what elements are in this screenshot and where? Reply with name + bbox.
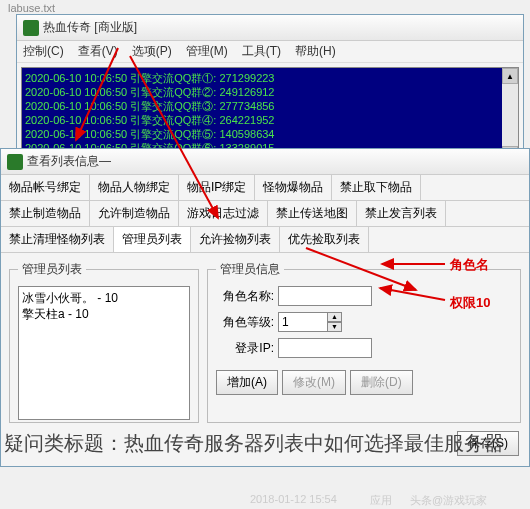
sub-title-text: 查看列表信息—	[27, 153, 111, 170]
annotation-name: 角色名	[450, 256, 489, 274]
faded-source: 头条@游戏玩家	[410, 493, 487, 508]
menu-manage[interactable]: 管理(M)	[186, 43, 228, 60]
tab-log-filter[interactable]: 游戏日志过滤	[179, 201, 268, 226]
main-window: 热血传奇 [商业版] 控制(C) 查看(V) 选项(P) 管理(M) 工具(T)…	[16, 14, 524, 168]
spinner-up-icon[interactable]: ▲	[327, 312, 342, 322]
list-item[interactable]: 擎天柱a - 10	[22, 306, 186, 322]
tab-forbid-speak[interactable]: 禁止发言列表	[357, 201, 446, 226]
app-icon	[7, 154, 23, 170]
tab-admin-list[interactable]: 管理员列表	[114, 227, 191, 253]
name-input[interactable]	[278, 286, 372, 306]
tab-row-2: 禁止制造物品 允许制造物品 游戏日志过滤 禁止传送地图 禁止发言列表	[1, 201, 529, 227]
content-area: 管理员列表 冰雪小伙哥。 - 10 擎天柱a - 10 管理员信息 角色名称: …	[1, 253, 529, 431]
ip-label: 登录IP:	[216, 340, 274, 357]
menu-help[interactable]: 帮助(H)	[295, 43, 336, 60]
faded-date: 2018-01-12 15:54	[250, 493, 337, 505]
tab-item-bind-account[interactable]: 物品帐号绑定	[1, 175, 90, 200]
tab-forbid-clear-monster[interactable]: 禁止清理怪物列表	[1, 227, 114, 252]
log-line: 2020-06-10 10:06:50 引擎交流QQ群③: 277734856	[25, 99, 515, 113]
tab-monster-drop[interactable]: 怪物爆物品	[255, 175, 332, 200]
main-title-text: 热血传奇 [商业版]	[43, 19, 137, 36]
tab-item-bind-ip[interactable]: 物品IP绑定	[179, 175, 255, 200]
tab-forbid-make[interactable]: 禁止制造物品	[1, 201, 90, 226]
menu-view[interactable]: 查看(V)	[78, 43, 118, 60]
log-line: 2020-06-10 10:06:50 引擎交流QQ群②: 249126912	[25, 85, 515, 99]
tab-row-3: 禁止清理怪物列表 管理员列表 允许捡物列表 优先捡取列表	[1, 227, 529, 253]
tab-row-1: 物品帐号绑定 物品人物绑定 物品IP绑定 怪物爆物品 禁止取下物品	[1, 175, 529, 201]
log-line: 2020-06-10 10:06:50 引擎交流QQ群⑤: 140598634	[25, 127, 515, 141]
tab-allow-make[interactable]: 允许制造物品	[90, 201, 179, 226]
log-line: 2020-06-10 10:06:50 引擎交流QQ群④: 264221952	[25, 113, 515, 127]
admin-info-legend: 管理员信息	[216, 261, 284, 278]
name-label: 角色名称:	[216, 288, 274, 305]
tab-forbid-map[interactable]: 禁止传送地图	[268, 201, 357, 226]
level-input[interactable]	[278, 312, 328, 332]
tab-item-bind-char[interactable]: 物品人物绑定	[90, 175, 179, 200]
tab-allow-pickup[interactable]: 允许捡物列表	[191, 227, 280, 252]
level-spinner[interactable]: ▲ ▼	[327, 312, 342, 332]
list-item[interactable]: 冰雪小伙哥。 - 10	[22, 290, 186, 306]
bg-filename: labuse.txt	[8, 2, 55, 14]
annotation-perm: 权限10	[450, 294, 490, 312]
menubar: 控制(C) 查看(V) 选项(P) 管理(M) 工具(T) 帮助(H)	[17, 41, 523, 63]
menu-tools[interactable]: 工具(T)	[242, 43, 281, 60]
spinner-down-icon[interactable]: ▼	[327, 322, 342, 332]
sub-titlebar: 查看列表信息—	[1, 149, 529, 175]
admin-list-legend: 管理员列表	[18, 261, 86, 278]
modify-button[interactable]: 修改(M)	[282, 370, 346, 395]
main-titlebar: 热血传奇 [商业版]	[17, 15, 523, 41]
app-icon	[23, 20, 39, 36]
menu-options[interactable]: 选项(P)	[132, 43, 172, 60]
delete-button[interactable]: 删除(D)	[350, 370, 413, 395]
ip-input[interactable]	[278, 338, 372, 358]
scroll-up-icon[interactable]: ▲	[502, 68, 518, 84]
menu-control[interactable]: 控制(C)	[23, 43, 64, 60]
admin-list-fieldset: 管理员列表 冰雪小伙哥。 - 10 擎天柱a - 10	[9, 261, 199, 423]
tab-forbid-takeoff[interactable]: 禁止取下物品	[332, 175, 421, 200]
admin-listbox[interactable]: 冰雪小伙哥。 - 10 擎天柱a - 10	[18, 286, 190, 420]
add-button[interactable]: 增加(A)	[216, 370, 278, 395]
log-line: 2020-06-10 10:06:50 引擎交流QQ群①: 271299223	[25, 71, 515, 85]
faded-app: 应用	[370, 493, 392, 508]
article-caption: 疑问类标题：热血传奇服务器列表中如何选择最佳服务器	[4, 426, 504, 460]
admin-info-fieldset: 管理员信息 角色名称: 角色等级: ▲ ▼ 登录IP: 增加(A) 修改(M)	[207, 261, 521, 423]
tab-priority-pickup[interactable]: 优先捡取列表	[280, 227, 369, 252]
level-label: 角色等级:	[216, 314, 274, 331]
